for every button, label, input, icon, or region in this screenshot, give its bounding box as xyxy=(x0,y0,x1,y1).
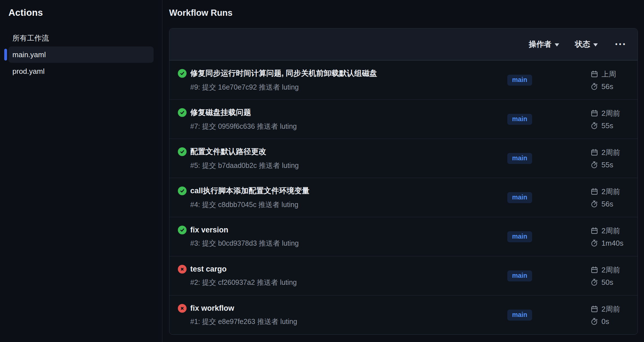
branch-badge[interactable]: main xyxy=(507,270,532,281)
x-icon xyxy=(180,306,185,311)
run-time-col: 2周前 55s xyxy=(590,108,627,130)
run-status-icon xyxy=(178,147,187,156)
more-options-button[interactable]: ••• xyxy=(614,41,627,48)
run-date: 2周前 xyxy=(601,304,620,314)
calendar-icon xyxy=(590,188,598,196)
run-duration-line: 56s xyxy=(590,200,627,208)
run-date-line: 2周前 xyxy=(590,265,627,275)
run-title-line: 配置文件默认路径更改 xyxy=(178,146,507,157)
run-date: 2周前 xyxy=(601,265,620,275)
sidebar-item-workflow[interactable]: 所有工作流 xyxy=(8,30,154,46)
run-title-link[interactable]: 配置文件默认路径更改 xyxy=(190,146,266,157)
workflow-run-row[interactable]: fix workflow #1: 提交 e8e97fe263 推送者 lutin… xyxy=(169,295,638,334)
run-commit-meta: #2: 提交 cf260937a2 推送者 luting xyxy=(190,278,507,287)
stopwatch-icon xyxy=(590,83,598,90)
stopwatch-icon xyxy=(590,200,598,208)
run-main: test cargo #2: 提交 cf260937a2 推送者 luting xyxy=(178,265,507,287)
run-commit-meta: #3: 提交 b0cd9378d3 推送者 luting xyxy=(190,239,507,248)
workflow-run-row[interactable]: 修复同步运行时间计算问题, 同步关机前卸载默认组磁盘 #9: 提交 16e70e… xyxy=(169,60,638,99)
actions-sidebar: Actions 所有工作流 main.yaml prod.yaml xyxy=(0,0,162,342)
run-status-icon xyxy=(178,265,187,274)
run-title-line: fix workflow xyxy=(178,304,507,313)
run-time-col: 2周前 1m40s xyxy=(590,226,627,248)
run-title-link[interactable]: fix version xyxy=(190,226,228,234)
sidebar-item-label: main.yaml xyxy=(12,50,46,59)
run-duration-line: 50s xyxy=(590,278,627,287)
run-duration: 55s xyxy=(601,161,613,169)
sidebar-item-label: prod.yaml xyxy=(12,67,45,76)
run-status-icon xyxy=(178,108,187,117)
run-title-line: 修复同步运行时间计算问题, 同步关机前卸载默认组磁盘 xyxy=(178,68,507,78)
run-status-icon xyxy=(178,186,187,195)
workflow-run-row[interactable]: test cargo #2: 提交 cf260937a2 推送者 luting … xyxy=(169,256,638,295)
stopwatch-icon xyxy=(590,278,598,286)
run-branch-col: main xyxy=(507,153,590,164)
status-filter-dropdown[interactable]: 状态 xyxy=(575,39,598,49)
calendar-icon xyxy=(590,148,598,156)
branch-badge[interactable]: main xyxy=(507,231,532,242)
page-title: Workflow Runs xyxy=(169,8,638,18)
run-date-line: 上周 xyxy=(590,69,627,79)
check-icon xyxy=(180,110,185,115)
run-main: 修复同步运行时间计算问题, 同步关机前卸载默认组磁盘 #9: 提交 16e70e… xyxy=(178,68,507,92)
run-title-line: test cargo xyxy=(178,265,507,274)
check-icon xyxy=(180,149,185,154)
run-duration-line: 0s xyxy=(590,317,627,326)
run-status-icon xyxy=(178,226,187,234)
workflow-run-row[interactable]: call执行脚本添加配置文件环境变量 #4: 提交 c8dbb7045c 推送者… xyxy=(169,178,638,217)
runs-panel: 操作者 状态 ••• 修复 xyxy=(169,28,638,335)
sidebar-item-workflow[interactable]: prod.yaml xyxy=(8,63,154,79)
branch-badge[interactable]: main xyxy=(507,75,532,86)
branch-badge[interactable]: main xyxy=(507,153,532,164)
run-duration: 55s xyxy=(601,121,613,130)
workflow-runs-page: Workflow Runs 操作者 状态 ••• xyxy=(162,0,644,342)
sidebar-title: Actions xyxy=(8,7,154,18)
run-duration: 56s xyxy=(601,200,613,208)
workflow-run-row[interactable]: 配置文件默认路径更改 #5: 提交 b7daad0b2c 推送者 luting … xyxy=(169,139,638,178)
run-title-line: call执行脚本添加配置文件环境变量 xyxy=(178,186,507,196)
run-title-link[interactable]: fix workflow xyxy=(190,304,234,313)
run-duration: 0s xyxy=(601,317,609,326)
run-title-link[interactable]: call执行脚本添加配置文件环境变量 xyxy=(190,186,309,196)
sidebar-item-workflow[interactable]: main.yaml xyxy=(8,46,154,63)
run-list: 修复同步运行时间计算问题, 同步关机前卸载默认组磁盘 #9: 提交 16e70e… xyxy=(169,60,638,334)
workflow-run-row[interactable]: 修复磁盘挂载问题 #7: 提交 0959f6c636 推送者 luting ma… xyxy=(169,99,638,139)
run-title-line: fix version xyxy=(178,226,507,234)
run-main: 修复磁盘挂载问题 #7: 提交 0959f6c636 推送者 luting xyxy=(178,107,507,131)
run-date-line: 2周前 xyxy=(590,226,627,236)
branch-badge[interactable]: main xyxy=(507,114,532,125)
run-title-link[interactable]: 修复磁盘挂载问题 xyxy=(190,107,251,117)
x-icon xyxy=(180,267,185,272)
run-commit-meta: #7: 提交 0959f6c636 推送者 luting xyxy=(190,122,507,131)
run-branch-col: main xyxy=(507,310,590,321)
run-main: 配置文件默认路径更改 #5: 提交 b7daad0b2c 推送者 luting xyxy=(178,146,507,170)
calendar-icon xyxy=(590,109,598,117)
run-branch-col: main xyxy=(507,114,590,125)
workflow-nav: 所有工作流 main.yaml prod.yaml xyxy=(8,30,154,80)
run-title-link[interactable]: 修复同步运行时间计算问题, 同步关机前卸载默认组磁盘 xyxy=(190,68,377,78)
branch-badge[interactable]: main xyxy=(507,310,532,321)
branch-badge[interactable]: main xyxy=(507,192,532,203)
stopwatch-icon xyxy=(590,122,598,130)
run-title-line: 修复磁盘挂载问题 xyxy=(178,107,507,117)
check-icon xyxy=(180,71,185,76)
run-commit-meta: #4: 提交 c8dbb7045c 推送者 luting xyxy=(190,200,507,209)
run-duration-line: 56s xyxy=(590,82,627,91)
sidebar-item-label: 所有工作流 xyxy=(12,33,49,43)
check-icon xyxy=(180,188,185,194)
run-time-col: 2周前 56s xyxy=(590,187,627,208)
run-branch-col: main xyxy=(507,231,590,242)
stopwatch-icon xyxy=(590,161,598,169)
run-duration-line: 1m40s xyxy=(590,239,627,248)
run-date: 2周前 xyxy=(601,108,620,118)
run-date: 2周前 xyxy=(601,226,620,236)
actor-filter-dropdown[interactable]: 操作者 xyxy=(529,39,559,49)
run-date-line: 2周前 xyxy=(590,304,627,314)
run-status-icon xyxy=(178,304,187,313)
run-duration: 50s xyxy=(601,278,613,287)
workflow-run-row[interactable]: fix version #3: 提交 b0cd9378d3 推送者 luting… xyxy=(169,217,638,256)
run-duration-line: 55s xyxy=(590,161,627,169)
run-branch-col: main xyxy=(507,75,590,86)
run-title-link[interactable]: test cargo xyxy=(190,265,227,274)
run-date: 上周 xyxy=(601,69,616,79)
